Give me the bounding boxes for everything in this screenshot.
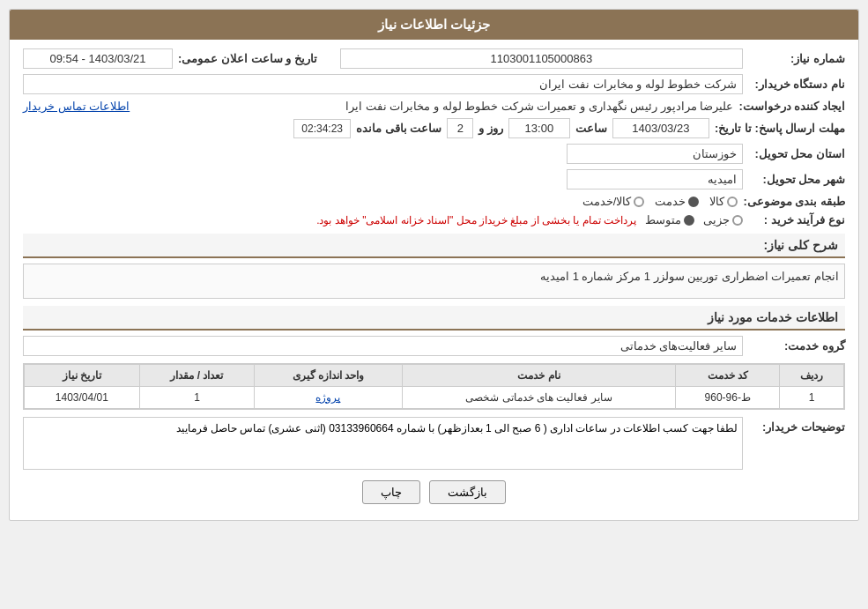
purchase-type-label: نوع فرآیند خرید : xyxy=(748,213,845,227)
radio-motavasset xyxy=(684,215,694,226)
subject-khedmat-label: خدمت xyxy=(655,195,686,208)
remaining-time: 02:34:23 xyxy=(293,119,351,138)
province-label: استان محل تحویل: xyxy=(748,147,845,160)
need-desc-value: انجام تعمیرات اضطراری توربین سولزر 1 مرک… xyxy=(23,264,845,299)
button-row: بازگشت چاپ xyxy=(23,480,845,504)
services-table: ردیف کد خدمت نام خدمت واحد اندازه گیری ت… xyxy=(24,364,844,409)
deadline-time: 13:00 xyxy=(508,118,570,138)
purchase-note: پرداخت تمام یا بخشی از مبلغ خریداز محل "… xyxy=(316,214,636,227)
col-header-code: کد خدمت xyxy=(676,365,780,387)
radio-kala xyxy=(727,197,738,207)
purchase-motavasset-label: متوسط xyxy=(645,213,681,227)
purchase-jozi-label: جزیی xyxy=(703,213,730,227)
need-number-label: شماره نیاز: xyxy=(748,52,845,65)
need-number-value: 1103001105000863 xyxy=(340,48,743,69)
col-header-date: تاریخ نیاز xyxy=(25,365,140,387)
subject-kala-khedmat-label: کالا/خدمت xyxy=(582,195,632,208)
subject-option-khedmat[interactable]: خدمت xyxy=(655,195,699,208)
cell-code: ط-96-960 xyxy=(676,387,780,409)
city-value: امیدیه xyxy=(567,169,743,189)
cell-name: سایر فعالیت های خدماتی شخصی xyxy=(402,387,676,409)
requester-name: علیرضا مرادپور رئیس نگهداری و تعمیرات شر… xyxy=(135,100,733,113)
col-header-qty: تعداد / مقدار xyxy=(139,365,255,387)
buyer-notes-label: توضیحات خریدار: xyxy=(748,420,845,434)
public-date-value: 1403/03/21 - 09:54 xyxy=(23,48,173,69)
province-value: خوزستان xyxy=(567,144,743,164)
radio-jozi xyxy=(732,215,743,226)
subject-option-kala[interactable]: کالا xyxy=(709,195,738,208)
services-table-wrapper: ردیف کد خدمت نام خدمت واحد اندازه گیری ت… xyxy=(23,363,845,410)
col-header-name: نام خدمت xyxy=(402,365,676,387)
buyer-org-value: شرکت خطوط لوله و مخابرات نفت ایران xyxy=(23,74,743,94)
col-header-unit: واحد اندازه گیری xyxy=(255,365,402,387)
deadline-label: مهلت ارسال پاسخ: تا تاریخ: xyxy=(715,122,845,135)
col-header-row: ردیف xyxy=(780,365,844,387)
subject-option-kala-khedmat[interactable]: کالا/خدمت xyxy=(582,195,645,208)
page-title: جزئیات اطلاعات نیاز xyxy=(10,10,858,40)
purchase-motavasset[interactable]: متوسط xyxy=(645,213,694,227)
remaining-label: ساعت باقی مانده xyxy=(356,122,441,135)
table-row: 1 ط-96-960 سایر فعالیت های خدماتی شخصی پ… xyxy=(25,387,844,409)
cell-qty: 1 xyxy=(139,387,255,409)
subject-radio-group: کالا خدمت کالا/خدمت xyxy=(582,195,738,208)
group-value: سایر فعالیت‌های خدماتی xyxy=(23,336,743,356)
deadline-days-label: روز و xyxy=(479,122,503,135)
cell-row: 1 xyxy=(780,387,844,409)
buyer-org-label: نام دستگاه خریدار: xyxy=(748,78,845,91)
back-button[interactable]: بازگشت xyxy=(429,480,506,504)
purchase-jozi[interactable]: جزیی xyxy=(703,213,743,227)
print-button[interactable]: چاپ xyxy=(362,480,420,504)
services-section-header: اطلاعات خدمات مورد نیاز xyxy=(23,306,845,330)
cell-date: 1403/04/01 xyxy=(25,387,140,409)
need-desc-section-header: شرح کلی نیاز: xyxy=(23,234,845,258)
radio-kala-khedmat xyxy=(634,197,644,207)
radio-khedmat xyxy=(688,197,699,207)
deadline-date: 1403/03/23 xyxy=(612,118,709,138)
public-date-label: تاریخ و ساعت اعلان عمومی: xyxy=(178,52,317,65)
cell-unit: پروژه xyxy=(255,387,402,409)
subject-label: طبقه بندی موضوعی: xyxy=(743,195,845,208)
subject-kala-label: کالا xyxy=(709,195,724,208)
buyer-notes-textarea[interactable] xyxy=(23,417,743,470)
requester-label: ایجاد کننده درخواست: xyxy=(738,100,845,113)
deadline-days: 2 xyxy=(447,118,473,138)
contact-link[interactable]: اطلاعات تماس خریدار xyxy=(23,100,130,113)
city-label: شهر محل تحویل: xyxy=(748,173,845,186)
group-label: گروه خدمت: xyxy=(748,339,845,353)
deadline-time-label: ساعت xyxy=(575,122,607,135)
